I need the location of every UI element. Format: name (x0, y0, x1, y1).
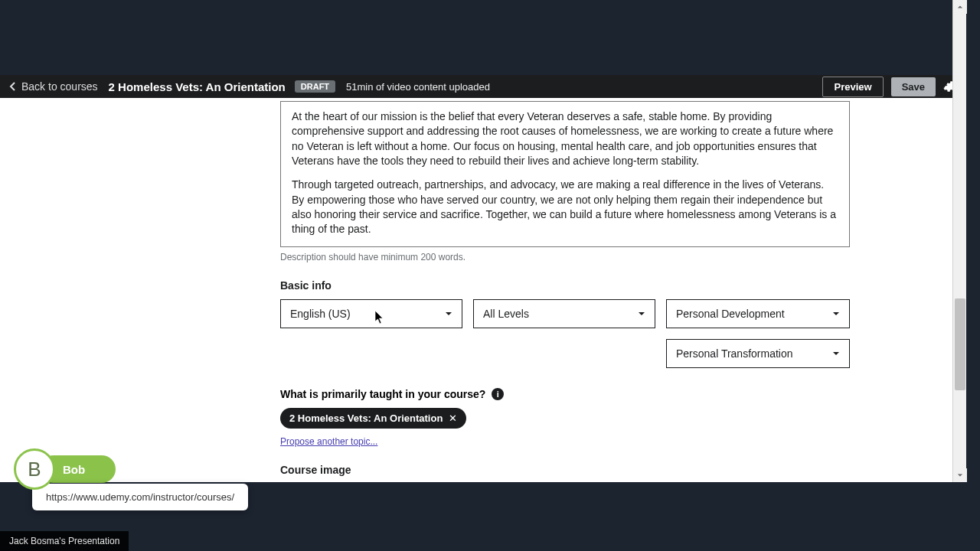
back-to-courses-link[interactable]: Back to courses (9, 80, 98, 93)
course-image-preview (280, 482, 559, 483)
propose-topic-link[interactable]: Propose another topic... (280, 436, 850, 447)
chevron-down-icon (445, 310, 452, 318)
course-image-instructions: Upload your course image here. It must m… (570, 482, 850, 483)
subcategory-value: Personal Transformation (676, 347, 793, 360)
info-icon[interactable]: i (492, 388, 504, 400)
topic-question-label: What is primarily taught in your course? (280, 388, 485, 400)
scrollbar-thumb[interactable] (955, 298, 965, 390)
course-title: 2 Homeless Vets: An Orientation (109, 80, 286, 93)
subcategory-select[interactable]: Personal Transformation (666, 339, 850, 368)
scroll-up-button[interactable] (953, 0, 967, 14)
vertical-scrollbar[interactable] (952, 0, 966, 482)
save-button[interactable]: Save (891, 77, 936, 96)
preview-button[interactable]: Preview (822, 77, 883, 97)
basic-info-label: Basic info (280, 279, 850, 292)
language-select[interactable]: English (US) (280, 299, 462, 328)
close-icon[interactable]: ✕ (449, 412, 457, 424)
chevron-down-icon (638, 310, 645, 318)
language-value: English (US) (290, 308, 351, 320)
description-p2: Through targeted outreach, partnerships,… (292, 178, 838, 236)
level-select[interactable]: All Levels (473, 299, 655, 328)
topic-chip[interactable]: 2 Homeless Vets: An Orientation ✕ (280, 408, 466, 429)
chevron-down-icon (832, 350, 840, 357)
status-badge-draft: DRAFT (295, 80, 335, 93)
chevron-down-icon (832, 310, 840, 318)
chevron-left-icon (9, 82, 17, 91)
sidebar (0, 98, 268, 482)
presentation-tag: Jack Bosma's Presentation (0, 531, 129, 551)
level-value: All Levels (483, 308, 529, 320)
editor-content: At the heart of our mission is the belie… (0, 98, 966, 482)
url-tooltip: https://www.udemy.com/instructor/courses… (32, 484, 248, 510)
description-textarea[interactable]: At the heart of our mission is the belie… (280, 101, 850, 247)
description-hint: Description should have minimum 200 word… (280, 252, 850, 262)
main-column: At the heart of our mission is the belie… (280, 98, 850, 482)
category-value: Personal Development (676, 308, 785, 320)
description-p1: At the heart of our mission is the belie… (292, 109, 838, 168)
back-label: Back to courses (21, 80, 98, 93)
avatar: B (14, 448, 55, 490)
upload-status: 51min of video content uploaded (346, 81, 490, 93)
editor-topbar: Back to courses 2 Homeless Vets: An Orie… (0, 75, 966, 98)
scroll-down-button[interactable] (953, 468, 967, 482)
course-image-label: Course image (280, 464, 850, 476)
category-select[interactable]: Personal Development (666, 299, 850, 328)
topic-chip-label: 2 Homeless Vets: An Orientation (289, 412, 443, 424)
